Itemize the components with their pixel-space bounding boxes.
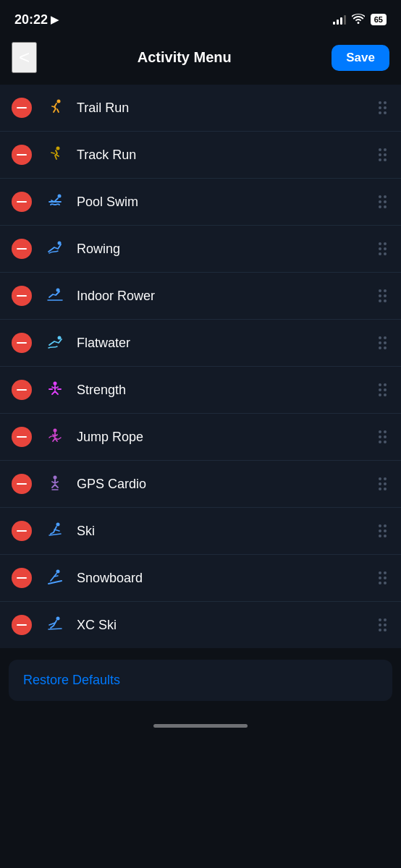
activity-name-gps-cardio: GPS Cardio — [77, 477, 376, 492]
wifi-icon — [352, 14, 365, 26]
activity-item-pool-swim: Pool Swim — [0, 179, 401, 226]
status-bar: 20:22 ▶ 65 — [0, 0, 401, 36]
activity-item-indoor-rower: Indoor Rower — [0, 273, 401, 320]
activity-icon-snowboard — [42, 565, 68, 591]
activity-item-rowing: Rowing — [0, 226, 401, 273]
drag-handle-snowboard[interactable] — [376, 569, 389, 587]
drag-handle-trail-run[interactable] — [376, 98, 389, 117]
remove-button-strength[interactable] — [12, 380, 32, 400]
page-title: Activity Menu — [138, 49, 232, 66]
svg-line-13 — [54, 576, 58, 576]
drag-handle-xc-ski[interactable] — [376, 616, 389, 634]
activity-icon-trail-run — [42, 95, 68, 121]
svg-point-7 — [54, 429, 57, 433]
activity-icon-pool-swim — [42, 189, 68, 215]
remove-button-rowing[interactable] — [12, 239, 32, 259]
activity-item-flatwater: Flatwater — [0, 320, 401, 367]
activity-name-flatwater: Flatwater — [77, 336, 376, 351]
activity-item-gps-cardio: GPS Cardio — [0, 461, 401, 508]
drag-handle-track-run[interactable] — [376, 145, 389, 164]
drag-handle-gps-cardio[interactable] — [376, 475, 389, 493]
svg-point-6 — [54, 382, 57, 386]
svg-point-12 — [56, 570, 60, 574]
battery-indicator: 65 — [371, 14, 387, 25]
back-button[interactable]: < — [12, 42, 37, 73]
activity-icon-jump-rope — [42, 424, 68, 450]
activity-list: Trail Run Track Run Pool Swim Rowing Ind… — [0, 85, 401, 648]
remove-button-track-run[interactable] — [12, 145, 32, 165]
status-right-icons: 65 — [333, 14, 387, 26]
restore-defaults-button[interactable]: Restore Defaults — [23, 673, 120, 687]
activity-item-ski: Ski — [0, 508, 401, 555]
activity-item-track-run: Track Run — [0, 132, 401, 179]
remove-button-jump-rope[interactable] — [12, 427, 32, 447]
location-icon: ▶ — [51, 14, 59, 25]
activity-name-jump-rope: Jump Rope — [77, 430, 376, 445]
activity-item-snowboard: Snowboard — [0, 555, 401, 602]
drag-handle-ski[interactable] — [376, 522, 389, 540]
remove-button-indoor-rower[interactable] — [12, 286, 32, 306]
remove-button-pool-swim[interactable] — [12, 192, 32, 212]
activity-icon-xc-ski — [42, 612, 68, 638]
home-indicator — [0, 712, 401, 736]
activity-item-jump-rope: Jump Rope — [0, 414, 401, 461]
svg-point-2 — [58, 195, 62, 198]
home-bar — [153, 724, 248, 728]
activity-item-strength: Strength — [0, 367, 401, 414]
nav-header: < Activity Menu Save — [0, 36, 401, 85]
remove-button-ski[interactable] — [12, 521, 32, 541]
remove-button-trail-run[interactable] — [12, 98, 32, 118]
activity-icon-indoor-rower — [42, 283, 68, 309]
save-button[interactable]: Save — [332, 45, 389, 71]
svg-point-5 — [58, 336, 62, 340]
activity-name-pool-swim: Pool Swim — [77, 195, 376, 210]
activity-icon-flatwater — [42, 330, 68, 356]
drag-handle-indoor-rower[interactable] — [376, 286, 389, 305]
activity-name-ski: Ski — [77, 524, 376, 539]
drag-handle-pool-swim[interactable] — [376, 192, 389, 211]
drag-handle-flatwater[interactable] — [376, 333, 389, 352]
svg-point-14 — [56, 617, 60, 621]
svg-point-1 — [56, 147, 60, 150]
time-display: 20:22 — [14, 12, 48, 27]
svg-point-10 — [56, 523, 60, 527]
svg-point-8 — [54, 476, 57, 480]
remove-button-gps-cardio[interactable] — [12, 474, 32, 494]
activity-icon-track-run — [42, 142, 68, 168]
drag-handle-jump-rope[interactable] — [376, 427, 389, 446]
drag-handle-rowing[interactable] — [376, 239, 389, 258]
activity-name-indoor-rower: Indoor Rower — [77, 289, 376, 304]
svg-point-0 — [57, 100, 61, 103]
activity-name-strength: Strength — [77, 383, 376, 398]
activity-item-xc-ski: XC Ski — [0, 602, 401, 648]
remove-button-snowboard[interactable] — [12, 568, 32, 588]
activity-icon-rowing — [42, 236, 68, 262]
activity-icon-gps-cardio — [42, 471, 68, 497]
activity-icon-strength — [42, 377, 68, 403]
activity-name-snowboard: Snowboard — [77, 571, 376, 586]
activity-icon-ski — [42, 518, 68, 544]
activity-item-trail-run: Trail Run — [0, 85, 401, 132]
signal-icon — [333, 14, 346, 25]
drag-handle-strength[interactable] — [376, 380, 389, 399]
status-time: 20:22 ▶ — [14, 12, 59, 27]
remove-button-flatwater[interactable] — [12, 333, 32, 353]
activity-name-track-run: Track Run — [77, 148, 376, 163]
remove-button-xc-ski[interactable] — [12, 615, 32, 635]
restore-defaults-section: Restore Defaults — [9, 660, 392, 701]
activity-name-trail-run: Trail Run — [77, 101, 376, 116]
activity-name-rowing: Rowing — [77, 242, 376, 257]
activity-name-xc-ski: XC Ski — [77, 618, 376, 633]
